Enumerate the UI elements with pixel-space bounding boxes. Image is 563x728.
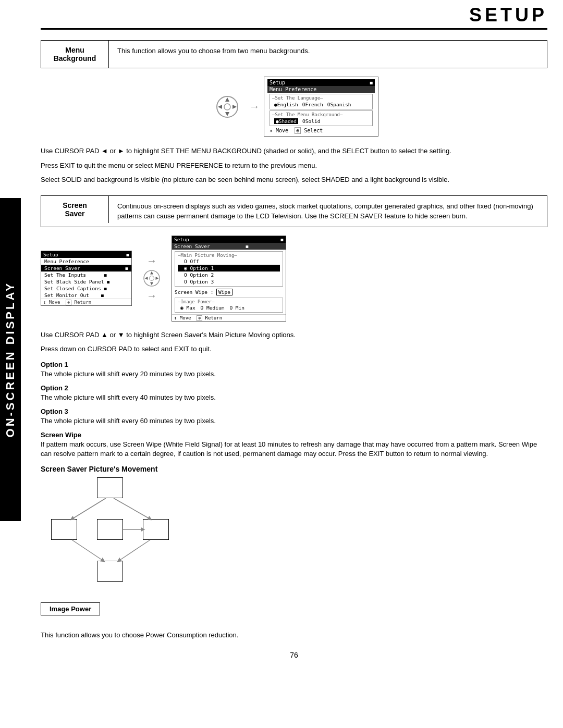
screen-saver-mock-area: Setup◼ Menu Preference Screen Saver◼ Set… (41, 236, 547, 322)
screen-saver-content: Continuous on-screen displays such as vi… (109, 196, 547, 227)
page-title-bar: SETUP (41, 0, 547, 30)
image-power-section: Image Power This function allows you to … (41, 602, 547, 640)
movement-diagram (46, 477, 181, 592)
page-title: SETUP (41, 4, 547, 26)
screen-saver-label: Screen Saver (41, 196, 109, 223)
screen-saver-description: Continuous on-screen displays such as vi… (117, 202, 533, 220)
page-number: 76 (41, 651, 547, 659)
option-3-section: Option 3 The whole picture will shift ev… (41, 408, 547, 426)
mock-background-section: —Set The Menu Background— ●Shaded OSolid (270, 110, 373, 126)
screen-wipe-title: Screen Wipe (41, 431, 547, 439)
mock-footer: ✦ Move ⊕ Select (267, 127, 375, 134)
diag-box-center (97, 519, 123, 540)
svg-line-12 (72, 498, 106, 519)
cursor-pad-icon (215, 94, 240, 119)
arrow-with-pad: → → (137, 255, 166, 302)
mock-language-section: —Set The Language— ●English OFrench OSpa… (270, 94, 373, 109)
mock-screen-subheader: Menu Preference (267, 86, 375, 93)
screen-saver-left-menu: Setup◼ Menu Preference Screen Saver◼ Set… (41, 251, 132, 306)
screen-saver-right-menu: Setup◼ Screen Saver ◼ —Main Picture Movi… (172, 236, 286, 322)
movement-title: Screen Saver Picture's Movement (41, 465, 547, 473)
menu-background-mock-area: → Setup ◼ Menu Preference —Set The Langu… (41, 77, 547, 137)
menu-background-content: This function allows you to choose from … (109, 41, 547, 61)
option-3-title: Option 3 (41, 408, 547, 415)
direction-arrow: → (146, 255, 157, 267)
screen-saver-section: Screen Saver Continuous on-screen displa… (41, 195, 547, 227)
svg-point-11 (150, 276, 154, 281)
svg-marker-7 (150, 272, 153, 275)
diag-box-left (51, 519, 77, 540)
menu-background-mock-screen: Setup ◼ Menu Preference —Set The Languag… (264, 77, 378, 137)
diag-box-top (97, 477, 123, 498)
svg-marker-3 (218, 105, 222, 109)
menu-background-body-1: Use CURSOR PAD ◄ or ► to highlight SET T… (41, 146, 547, 156)
svg-marker-1 (225, 97, 229, 102)
diag-box-bottom (97, 561, 123, 582)
option-1-title: Option 1 (41, 361, 547, 368)
option-2-title: Option 2 (41, 384, 547, 392)
cursor-pad-small (142, 269, 161, 288)
svg-marker-10 (156, 277, 159, 280)
sidebar-label: ON-SCREEN DISPLAY (0, 198, 21, 521)
svg-marker-4 (232, 105, 237, 109)
svg-marker-9 (145, 277, 148, 280)
menu-background-section: Menu Background This function allows you… (41, 40, 547, 68)
direction-arrow-2: → (146, 290, 157, 302)
arrow-right-icon: → (249, 101, 260, 113)
svg-line-13 (114, 498, 150, 519)
option-1-section: Option 1 The whole picture will shift ev… (41, 361, 547, 379)
menu-background-description: This function allows you to choose from … (117, 47, 310, 55)
option-3-text: The whole picture will shift every 60 mi… (41, 416, 547, 426)
menu-background-body-3: Select SOLID and background is visible (… (41, 175, 547, 185)
menu-background-label: Menu Background (41, 41, 109, 68)
screen-wipe-text: If pattern mark occurs, use Screen Wipe … (41, 440, 547, 459)
option-1-text: The whole picture will shift every 20 mi… (41, 369, 547, 379)
mock-screen-header: Setup ◼ (267, 79, 375, 86)
svg-line-15 (72, 540, 103, 561)
screen-wipe-section: Screen Wipe If pattern mark occurs, use … (41, 431, 547, 459)
screen-saver-instruction-2: Press down on CURSOR PAD to select and E… (41, 344, 547, 354)
image-power-label: Image Power (41, 602, 100, 615)
diag-box-right (143, 519, 169, 540)
image-power-description: This function allows you to choose Power… (41, 630, 547, 640)
screen-saver-instruction-1: Use CURSOR PAD ▲ or ▼ to highlight Scree… (41, 330, 547, 340)
menu-background-body-2: Press EXIT to quit the menu or select ME… (41, 161, 547, 171)
svg-marker-8 (150, 282, 153, 286)
svg-line-16 (119, 540, 150, 561)
svg-point-5 (224, 104, 230, 110)
option-2-text: The whole picture will shift every 40 mi… (41, 393, 547, 402)
svg-marker-2 (225, 112, 229, 116)
option-2-section: Option 2 The whole picture will shift ev… (41, 384, 547, 402)
